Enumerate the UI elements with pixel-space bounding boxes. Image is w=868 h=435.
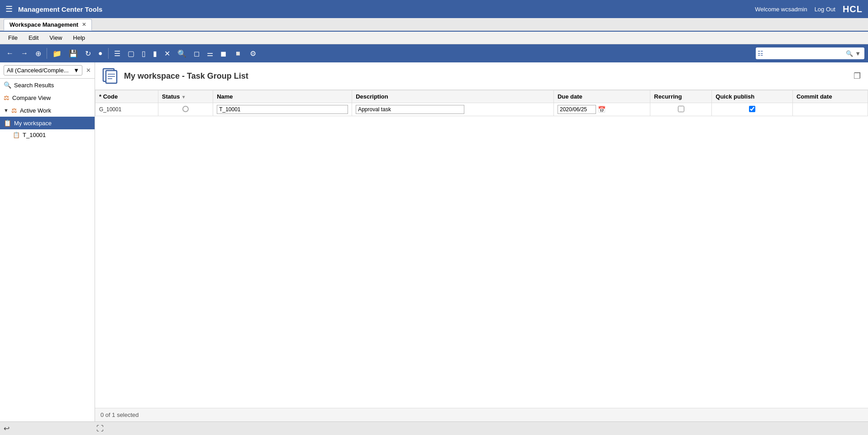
task-group-table: * Code Status ▼ Name Description Due dat… bbox=[95, 90, 868, 116]
back-button[interactable]: ← bbox=[4, 47, 16, 59]
cell-description[interactable] bbox=[352, 103, 554, 116]
active-work-chevron-icon: ▼ bbox=[4, 108, 9, 113]
open-folder-button[interactable]: 📁 bbox=[50, 47, 64, 60]
save-button[interactable]: 💾 bbox=[66, 47, 81, 60]
search-button[interactable]: 🔍 bbox=[175, 47, 189, 60]
expand-icon[interactable]: ❐ bbox=[854, 71, 861, 81]
task-group-list-svg-icon bbox=[102, 68, 119, 84]
delete-button[interactable]: ✕ bbox=[162, 47, 173, 60]
status-text: 0 of 1 selected bbox=[100, 411, 139, 418]
active-work-icon: ⚖ bbox=[11, 107, 17, 114]
app-title: Management Center Tools bbox=[18, 5, 755, 13]
content-title: My workspace - Task Group List bbox=[124, 71, 248, 81]
status-sort-icon: ▼ bbox=[181, 95, 186, 99]
sidebar-dropdown-label: All (Canceled/Comple... bbox=[7, 67, 69, 74]
sidebar-header: All (Canceled/Comple... ▼ ✕ bbox=[0, 62, 95, 79]
main-layout: All (Canceled/Comple... ▼ ✕ 🔍 Search Res… bbox=[0, 62, 868, 421]
calendar-icon[interactable]: 📅 bbox=[598, 106, 606, 113]
sidebar-subnav: 📋 T_10001 bbox=[0, 129, 95, 141]
toolbar-search-dropdown-button[interactable]: ▼ bbox=[853, 49, 863, 58]
quick-publish-checkbox[interactable] bbox=[749, 106, 755, 112]
welcome-text: Welcome wcsadmin bbox=[755, 6, 807, 13]
col-due-date: Due date bbox=[553, 90, 650, 103]
col-code: * Code bbox=[95, 90, 158, 103]
toolbar-search-box: ☷ 🔍 ▼ bbox=[756, 47, 864, 59]
add-button[interactable]: ⊕ bbox=[33, 47, 44, 60]
recurring-checkbox[interactable] bbox=[678, 106, 684, 112]
top-bar: ☰ Management Center Tools Welcome wcsadm… bbox=[0, 0, 868, 18]
sidebar-item-active-work-label: Active Work bbox=[20, 107, 51, 114]
refresh-button[interactable]: ↻ bbox=[82, 47, 94, 60]
stop-button[interactable]: ● bbox=[95, 47, 105, 59]
sidebar-item-compare-view-label: Compare View bbox=[12, 95, 51, 101]
cell-commit-date bbox=[792, 103, 868, 116]
cell-recurring[interactable] bbox=[650, 103, 712, 116]
maximize-icon[interactable]: ⛶ bbox=[96, 425, 104, 433]
cell-name[interactable] bbox=[213, 103, 352, 116]
settings-button[interactable]: ⚙ bbox=[247, 47, 259, 60]
sidebar-item-search-results[interactable]: 🔍 Search Results bbox=[0, 79, 95, 91]
sidebar-item-search-results-label: Search Results bbox=[14, 82, 54, 89]
forward-button[interactable]: → bbox=[18, 47, 31, 59]
sidebar-item-active-work[interactable]: ▼ ⚖ Active Work bbox=[0, 104, 95, 117]
my-workspace-icon: 📋 bbox=[4, 119, 11, 127]
bottom-bar: ↩ ⛶ bbox=[0, 421, 868, 435]
layout-button[interactable]: ◼ bbox=[218, 47, 229, 60]
copy-button[interactable]: ▯ bbox=[139, 47, 148, 60]
sidebar-nav: 🔍 Search Results ⚖ Compare View ▼ ⚖ Acti… bbox=[0, 79, 95, 421]
status-circle-icon bbox=[182, 106, 189, 112]
col-status[interactable]: Status ▼ bbox=[158, 90, 213, 103]
table-container: * Code Status ▼ Name Description Due dat… bbox=[95, 90, 868, 408]
cell-quick-publish[interactable] bbox=[712, 103, 793, 116]
columns-button[interactable]: ☰ bbox=[111, 47, 123, 60]
sidebar-subnav-item-t10001[interactable]: 📋 T_10001 bbox=[9, 129, 95, 141]
paste-button[interactable]: ▮ bbox=[150, 47, 160, 60]
sidebar-close-icon[interactable]: ✕ bbox=[86, 67, 91, 74]
sidebar-subnav-t10001-label: T_10001 bbox=[23, 132, 46, 138]
menu-view[interactable]: View bbox=[45, 33, 67, 43]
tab-close-icon[interactable]: ✕ bbox=[82, 22, 86, 28]
svg-rect-1 bbox=[106, 71, 117, 83]
col-quick-publish: Quick publish bbox=[712, 90, 793, 103]
status-bar: 0 of 1 selected bbox=[95, 408, 868, 421]
toolbar-sep-2 bbox=[108, 48, 109, 59]
sidebar-filter-dropdown[interactable]: All (Canceled/Comple... ▼ bbox=[4, 65, 82, 76]
search-results-icon: 🔍 bbox=[4, 81, 11, 89]
content-header-icon bbox=[102, 68, 119, 84]
compare-view-icon: ⚖ bbox=[4, 94, 10, 101]
compare-button[interactable]: ⚌ bbox=[204, 47, 216, 60]
display-button[interactable]: ▢ bbox=[125, 47, 137, 60]
description-input[interactable] bbox=[356, 105, 464, 114]
content-area: My workspace - Task Group List ❐ * Code … bbox=[95, 62, 868, 421]
menu-file[interactable]: File bbox=[4, 33, 22, 43]
menu-help[interactable]: Help bbox=[68, 33, 90, 43]
split-button[interactable]: ◽ bbox=[231, 47, 245, 60]
cell-due-date[interactable]: 📅 bbox=[553, 103, 650, 116]
menu-bar: File Edit View Help bbox=[0, 32, 868, 44]
top-bar-right: Welcome wcsadmin Log Out HCL bbox=[755, 4, 863, 14]
content-header: My workspace - Task Group List ❐ bbox=[95, 62, 868, 90]
toolbar-search-input[interactable] bbox=[764, 50, 846, 57]
hamburger-menu-icon[interactable]: ☰ bbox=[5, 4, 13, 14]
cell-status bbox=[158, 103, 213, 116]
toolbar: ← → ⊕ 📁 💾 ↻ ● ☰ ▢ ▯ ▮ ✕ 🔍 ◻ ⚌ ◼ ◽ ⚙ ☷ 🔍 … bbox=[0, 44, 868, 62]
sidebar-item-my-workspace[interactable]: 📋 My workspace bbox=[0, 117, 95, 129]
sidebar: All (Canceled/Comple... ▼ ✕ 🔍 Search Res… bbox=[0, 62, 95, 421]
expand-all-button[interactable]: ◻ bbox=[191, 47, 202, 60]
tab-bar: Workspace Management ✕ bbox=[0, 18, 868, 32]
due-date-input[interactable] bbox=[558, 105, 596, 114]
cell-code: G_10001 bbox=[95, 103, 158, 116]
sidebar-dropdown-arrow-icon: ▼ bbox=[73, 67, 79, 74]
name-input[interactable] bbox=[217, 105, 348, 114]
logout-button[interactable]: Log Out bbox=[815, 6, 835, 13]
col-recurring: Recurring bbox=[650, 90, 712, 103]
undo-icon[interactable]: ↩ bbox=[4, 424, 10, 433]
tab-workspace-management[interactable]: Workspace Management ✕ bbox=[4, 19, 92, 31]
toolbar-search-submit-icon[interactable]: 🔍 bbox=[846, 50, 853, 57]
col-commit-date: Commit date bbox=[792, 90, 868, 103]
col-description: Description bbox=[352, 90, 554, 103]
sidebar-item-compare-view[interactable]: ⚖ Compare View bbox=[0, 91, 95, 104]
menu-edit[interactable]: Edit bbox=[24, 33, 43, 43]
t10001-subnav-icon: 📋 bbox=[13, 132, 20, 138]
col-name: Name bbox=[213, 90, 352, 103]
